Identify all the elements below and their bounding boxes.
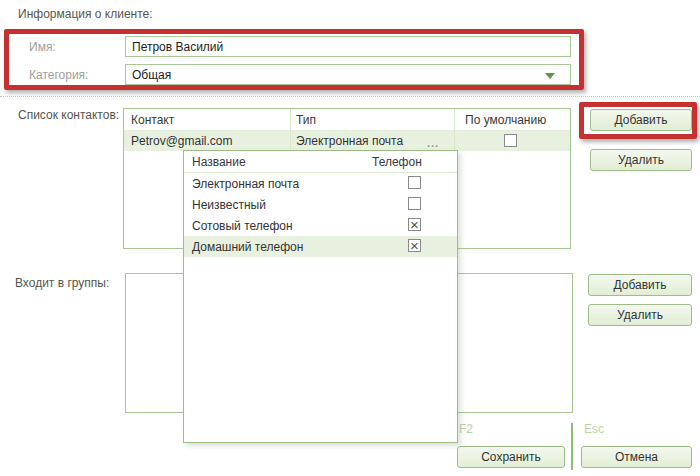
form-section-title: Информация о клиенте: [18,7,153,21]
contact-table-row[interactable]: Petrov@gmail.com Электронная почта ... [124,131,570,151]
contact-cell-email: Petrov@gmail.com [131,134,233,148]
category-value: Общая [132,68,171,82]
save-button[interactable]: Сохранить [457,446,565,468]
popup-row-home-phone[interactable]: Домашний телефон × [184,236,457,257]
client-form: Информация о клиенте: Имя: Категория: Об… [0,0,700,476]
popup-row-label: Сотовый телефон [192,219,293,233]
column-header-default[interactable]: По умолчанию [465,113,546,127]
popup-row-cell-phone[interactable]: Сотовый телефон × [184,215,457,236]
category-label: Категория: [29,68,88,82]
contacts-table-header: Контакт Тип По умолчанию [124,109,570,131]
category-combobox[interactable]: Общая [125,64,571,85]
contact-cell-type: Электронная почта [296,134,403,148]
name-label: Имя: [29,40,56,54]
popup-column-name: Название [192,155,246,169]
chevron-down-icon[interactable] [545,73,555,79]
cancel-hotkey-label: Esc [584,422,604,436]
section-divider [0,96,700,97]
contacts-delete-button[interactable]: Удалить [590,149,692,171]
phone-checkbox[interactable] [408,197,421,210]
phone-checkbox[interactable] [408,176,421,189]
name-input[interactable] [125,36,571,57]
popup-column-phone: Телефон [372,155,422,169]
popup-row-label: Неизвестный [192,198,266,212]
popup-row-label: Домашний телефон [192,240,303,254]
popup-row-unknown[interactable]: Неизвестный [184,194,457,215]
footer-separator [571,423,573,470]
contacts-add-button[interactable]: Добавить [590,109,692,131]
column-separator [454,109,455,151]
popup-header: Название Телефон [184,151,457,173]
groups-add-button[interactable]: Добавить [588,274,692,296]
popup-row-label: Электронная почта [192,177,299,191]
groups-delete-button[interactable]: Удалить [588,304,692,326]
type-dropdown-popup: Название Телефон Электронная почта Неизв… [183,150,458,443]
groups-section-label: Входит в группы: [15,276,109,290]
column-separator [290,109,291,151]
column-header-type[interactable]: Тип [296,113,316,127]
type-picker-button[interactable]: ... [427,138,439,148]
default-checkbox[interactable] [504,134,517,147]
save-hotkey-label: F2 [459,422,473,436]
phone-checkbox[interactable]: × [408,239,421,252]
column-header-contact[interactable]: Контакт [131,113,174,127]
cancel-button[interactable]: Отмена [581,446,692,468]
contacts-section-label: Список контактов: [18,108,119,122]
popup-row-email[interactable]: Электронная почта [184,173,457,194]
phone-checkbox[interactable]: × [408,218,421,231]
